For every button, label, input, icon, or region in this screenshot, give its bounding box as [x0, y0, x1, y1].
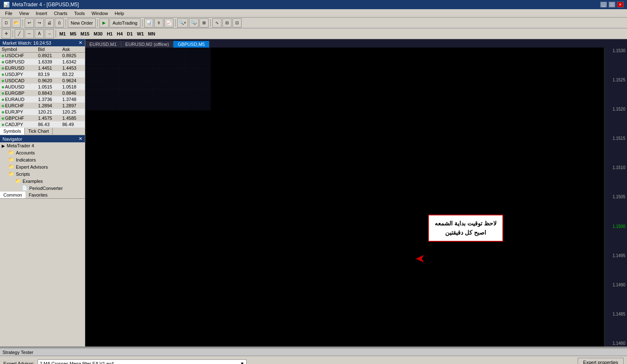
nav-examples[interactable]: 📁 Examples: [13, 177, 85, 185]
bid-cell: 1.2894: [36, 103, 61, 109]
ask-cell: 1.4585: [61, 115, 85, 121]
candlestick-svg: 21 Aug 2017 17 Aug 17:52 18:08 18:24 18:…: [85, 48, 211, 110]
st-right-buttons: Expert properties Symbol properties Open…: [578, 358, 624, 364]
chart-tabs: EURUSD,M1 EURUSD,M2 (offline) GBPUSD,M5: [85, 39, 627, 48]
symbol-cell: GBPCHF: [0, 115, 36, 121]
bid-cell: 1.4451: [36, 65, 61, 71]
close-button[interactable]: ✕: [617, 2, 624, 8]
redo-btn[interactable]: ↪: [35, 18, 44, 28]
arrow-tool[interactable]: →: [45, 29, 54, 38]
sep8: [56, 30, 56, 38]
bid-cell: 83.19: [36, 71, 61, 78]
chart-area: EURUSD,M1 EURUSD,M2 (offline) GBPUSD,M5 …: [85, 39, 627, 346]
sep7: [13, 30, 13, 38]
price-1505: 1.1505: [606, 195, 625, 199]
tab-favorites[interactable]: Favorites: [25, 192, 51, 198]
chart-tab-gbpusd-m5[interactable]: GBPUSD,M5: [173, 41, 209, 48]
sep4: [142, 19, 143, 27]
zoom-in-btn[interactable]: 🔍+: [177, 18, 188, 28]
table-row[interactable]: EURGBP0.88430.8846: [0, 90, 85, 96]
menu-insert[interactable]: Insert: [32, 10, 51, 16]
price-1525: 1.1525: [606, 78, 625, 82]
bid-cell: 86.43: [36, 121, 61, 128]
autotrading-btn[interactable]: AutoTrading: [110, 18, 140, 28]
table-row[interactable]: USDCAD0.96200.9624: [0, 78, 85, 84]
period-m5[interactable]: M5: [68, 31, 78, 36]
templates-btn[interactable]: ⊡: [232, 18, 242, 28]
zoom-out-btn[interactable]: 🔍-: [189, 18, 199, 28]
nav-root[interactable]: ▶ MetaTrader 4: [0, 142, 85, 149]
table-row[interactable]: AUDUSD1.05151.0518: [0, 84, 85, 90]
table-row[interactable]: USDCHF0.89210.8925: [0, 53, 85, 59]
print-prev-btn[interactable]: ⎙: [55, 18, 64, 28]
new-btn[interactable]: 🗋: [2, 18, 11, 28]
menu-file[interactable]: File: [2, 10, 16, 16]
nav-scripts[interactable]: 📁 Scripts: [7, 170, 85, 177]
folder-icon-2: 📁: [8, 157, 14, 162]
price-1490: 1.1490: [606, 283, 625, 287]
ea-dropdown-arrow: ▼: [240, 361, 245, 364]
maximize-button[interactable]: □: [609, 2, 615, 8]
price-axis: 1.1530 1.1525 1.1520 1.1515 1.1510 1.150…: [604, 48, 627, 346]
menu-view[interactable]: View: [16, 10, 33, 16]
ask-cell: 120.25: [61, 109, 85, 115]
table-row[interactable]: EURAUD1.37361.3748: [0, 96, 85, 103]
menu-help[interactable]: Help: [111, 10, 127, 16]
toolbar2: ✛ ╱ ─ A → M1 M5 M15 M30 H1 H4 D1 W1 MN: [0, 28, 627, 39]
line-tool[interactable]: ╱: [15, 29, 24, 38]
price-1495: 1.1495: [606, 253, 625, 258]
hline-tool[interactable]: ─: [25, 29, 34, 38]
nav-period-converter[interactable]: 📄 PeriodConverter: [20, 185, 85, 192]
new-order-btn[interactable]: New Order: [68, 18, 96, 28]
chart-tab-eurusd-m1[interactable]: EURUSD,M1: [85, 41, 121, 48]
mw-close-icon[interactable]: ✕: [79, 40, 82, 46]
indicators-btn[interactable]: ∿: [212, 18, 222, 28]
table-row[interactable]: EURUSD1.44511.4453: [0, 65, 85, 71]
symbol-cell: EURJPY: [0, 109, 36, 115]
tab-tick-chart[interactable]: Tick Chart: [25, 128, 53, 135]
period-h1[interactable]: H1: [105, 31, 114, 36]
chart-candle-btn[interactable]: 🕯: [154, 18, 163, 28]
print-btn[interactable]: 🖨: [45, 18, 54, 28]
nav-accounts-label: Accounts: [16, 150, 35, 155]
undo-btn[interactable]: ↩: [25, 18, 34, 28]
period-m30[interactable]: M30: [92, 31, 104, 36]
sep2: [66, 19, 66, 27]
chart-tab-eurusd-m2[interactable]: EURUSD,M2 (offline): [121, 41, 173, 48]
symbol-cell: USDCHF: [0, 53, 36, 59]
nav-close-icon[interactable]: ✕: [79, 136, 82, 142]
period-mn[interactable]: MN: [146, 31, 157, 36]
table-row[interactable]: EURJPY120.21120.25: [0, 109, 85, 115]
menu-window[interactable]: Window: [88, 10, 111, 16]
chart-bar-btn[interactable]: 📊: [144, 18, 153, 28]
crosshair-btn[interactable]: ✛: [2, 29, 11, 38]
nav-indicators[interactable]: 📁 Indicators: [7, 156, 85, 163]
open-btn[interactable]: 📂: [12, 18, 21, 28]
table-row[interactable]: GBPUSD1.63391.6342: [0, 59, 85, 65]
tab-common[interactable]: Common: [0, 192, 25, 198]
minimize-button[interactable]: _: [600, 2, 607, 8]
tab-symbols[interactable]: Symbols: [0, 128, 25, 135]
text-tool[interactable]: A: [35, 29, 44, 38]
expert-properties-btn[interactable]: Expert properties: [578, 358, 624, 364]
chart-auto-btn[interactable]: ⊞: [199, 18, 209, 28]
table-row[interactable]: GBPCHF1.45751.4585: [0, 115, 85, 121]
menu-charts[interactable]: Charts: [51, 10, 71, 16]
table-row[interactable]: EURCHF1.28941.2897: [0, 103, 85, 109]
menu-tools[interactable]: Tools: [71, 10, 88, 16]
chart-line-btn[interactable]: 📈: [164, 18, 173, 28]
nav-expert-advisors[interactable]: 📁 Expert Advisors: [7, 163, 85, 170]
ea-dropdown[interactable]: 2 MA Crosses Mega filter EA V1.ex4 ▼: [38, 359, 247, 364]
period-w1[interactable]: W1: [135, 31, 146, 36]
table-row[interactable]: USDJPY83.1983.22: [0, 71, 85, 78]
sep1: [23, 19, 23, 27]
nav-accounts[interactable]: 📁 Accounts: [7, 149, 85, 156]
period-sep-btn[interactable]: ⊟: [222, 18, 232, 28]
period-m1[interactable]: M1: [58, 31, 67, 36]
period-m15[interactable]: M15: [79, 31, 91, 36]
period-d1[interactable]: D1: [125, 31, 135, 36]
period-h4[interactable]: H4: [115, 31, 124, 36]
window-controls[interactable]: _ □ ✕: [600, 2, 624, 8]
autotrading-icon[interactable]: ▶: [99, 18, 109, 28]
table-row[interactable]: CADJPY86.4386.49: [0, 121, 85, 128]
